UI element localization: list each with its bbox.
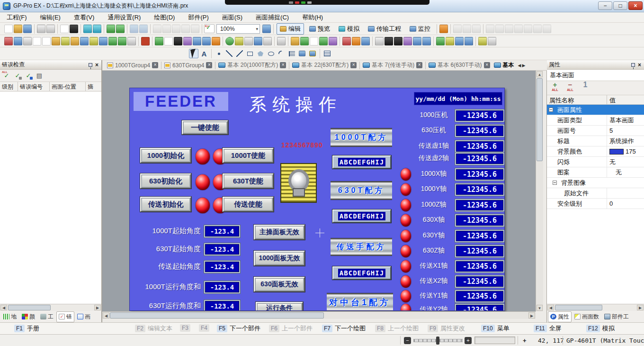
mode-edit-button[interactable]: 编辑 — [277, 23, 304, 35]
close-tab-icon[interactable]: × — [280, 62, 286, 68]
property-row[interactable]: 原始文件 — [547, 188, 644, 199]
ellipse-tool-icon[interactable] — [266, 49, 276, 58]
enable-630t-button[interactable]: 630T使能 — [223, 173, 274, 189]
window-import-icon[interactable] — [436, 37, 445, 46]
minimize-button[interactable]: − — [598, 1, 612, 10]
text-table-icon[interactable] — [33, 37, 41, 46]
close-tab-icon[interactable]: × — [152, 62, 158, 68]
property-row[interactable]: 图案无 — [547, 167, 644, 178]
list-display-2-icon[interactable] — [465, 37, 473, 46]
mode-preview-button[interactable]: 预览 — [306, 23, 333, 35]
recipe-1000t-button[interactable]: 1000T配方 — [331, 128, 392, 147]
screen-capture-icon[interactable] — [70, 25, 78, 33]
menu-help[interactable]: 帮助(H) — [295, 12, 330, 23]
tab-scroll-left-icon[interactable]: ◀ — [518, 63, 521, 68]
property-row-background-image[interactable]: 背景图像 — [547, 178, 644, 188]
recipe-centering-button[interactable]: 对中台1配方 — [327, 293, 393, 311]
fkey-f1[interactable]: F1手册 — [14, 324, 39, 333]
fkey-f10[interactable]: F10菜单 — [481, 324, 510, 333]
tab-base7[interactable]: 基本 7(传送手动)× — [361, 60, 424, 70]
panel-630-invalid-button[interactable]: 630面板无效 — [254, 277, 305, 292]
table-tool-icon[interactable] — [322, 49, 332, 58]
tab-scroll-right-icon[interactable]: ▶ — [522, 63, 525, 68]
film-icon[interactable] — [385, 37, 393, 46]
numeric-display[interactable]: -12345.6 — [455, 275, 505, 288]
datetime-display[interactable]: yy/mm/dd (Mon) hh:mm:ss — [414, 92, 502, 105]
address-block-icon[interactable] — [4, 37, 13, 46]
tab-address[interactable]: 地 — [1, 311, 19, 322]
scroll-right-icon[interactable]: ▶ — [528, 312, 535, 319]
numeric-display[interactable]: -123.4 — [204, 281, 241, 294]
gauge-left-icon[interactable] — [514, 25, 523, 33]
image-placement-icon[interactable] — [297, 49, 307, 58]
expand-all-icon[interactable]: +ALL — [550, 82, 560, 92]
property-row[interactable]: 画面号5 — [547, 126, 644, 136]
tab-screen-list[interactable]: 画 — [75, 311, 93, 322]
color-swatch[interactable] — [609, 149, 624, 155]
mode-monitor-button[interactable]: 监控 — [406, 23, 434, 35]
template-icon[interactable] — [463, 25, 471, 33]
scale-tool-icon[interactable] — [287, 49, 296, 58]
redo-icon[interactable] — [139, 25, 148, 33]
tab-630tgroup4[interactable]: 630TGroup4× — [162, 60, 214, 70]
menu-draw[interactable]: 绘图(D) — [147, 12, 181, 23]
rectangle-tool-icon[interactable] — [245, 49, 255, 58]
time-settings-icon[interactable] — [80, 37, 89, 46]
close-tab-icon[interactable]: × — [484, 62, 490, 68]
properties-hscrollbar[interactable]: ◀ ▶ — [547, 304, 644, 311]
grid-icon[interactable] — [263, 37, 272, 46]
scroll-left-icon[interactable]: ◀ — [547, 305, 554, 310]
text-style-icon[interactable] — [99, 37, 107, 46]
enable-all-button[interactable]: 一键使能 — [182, 120, 228, 135]
check-selection-icon[interactable]: ✓ — [24, 71, 33, 80]
bar-chart-icon[interactable] — [291, 37, 299, 46]
numeric-display[interactable]: -12345.6 — [455, 260, 505, 273]
mode-transfer-button[interactable]: 传输工程 — [365, 23, 404, 35]
fkey-f3[interactable]: F3 — [180, 324, 193, 332]
calendar-icon[interactable] — [254, 37, 262, 46]
tab-error[interactable]: ✓错 — [56, 311, 74, 322]
color-sample-icon[interactable] — [141, 37, 150, 46]
preview-image-icon[interactable] — [262, 25, 271, 33]
close-tab-icon[interactable]: × — [206, 62, 212, 68]
script-editor-icon[interactable] — [155, 37, 163, 46]
package-icon[interactable] — [439, 25, 448, 33]
zoom-select[interactable]: 100% ▾ — [216, 24, 260, 34]
peripheral-icon[interactable] — [174, 37, 182, 46]
symbol-jar-icon[interactable] — [71, 37, 79, 46]
run-condition-button[interactable]: 运行条件 — [256, 302, 303, 311]
camera-icon[interactable] — [394, 37, 402, 46]
property-row[interactable]: 闪烁无 — [547, 157, 644, 167]
fit-window-icon[interactable] — [453, 25, 462, 33]
numeric-display[interactable]: -12345.6 — [455, 290, 505, 303]
numeric-display[interactable]: -12345.6 — [455, 152, 505, 165]
property-row[interactable]: 安全级别0 — [547, 199, 644, 209]
rotate-icon[interactable] — [505, 25, 513, 33]
recipe-name-display[interactable]: ABCDEFGHIJ — [332, 209, 391, 223]
init-transfer-button[interactable]: 传送初始化 — [140, 197, 191, 212]
polyline-tool-icon[interactable] — [235, 49, 244, 58]
menu-view[interactable]: 查看(V) — [67, 12, 101, 23]
sound-icon[interactable] — [89, 37, 98, 46]
text-tool-icon[interactable]: A — [199, 49, 209, 58]
pin-icon[interactable] — [89, 63, 92, 67]
cut-icon[interactable] — [153, 25, 161, 33]
menu-edit[interactable]: 编辑(E) — [34, 12, 67, 23]
door-parts-icon[interactable] — [352, 37, 360, 46]
fkey-f4[interactable]: F4 — [199, 324, 212, 332]
fkey-f9[interactable]: F9属性更改 — [428, 324, 465, 333]
check-all-icon[interactable]: ALL✓ — [2, 71, 11, 80]
recipe-630t-button[interactable]: 630T配方 — [331, 181, 392, 200]
duplicate-icon[interactable] — [181, 25, 190, 33]
canvas-hscrollbar[interactable]: ◀ ▶ — [102, 311, 536, 319]
text-display-icon[interactable] — [361, 37, 370, 46]
radar-chart-icon[interactable] — [329, 37, 337, 46]
pin-icon[interactable] — [631, 63, 635, 67]
level-one-icon[interactable]: 1 — [580, 82, 590, 87]
align-vertical-icon[interactable] — [495, 25, 504, 33]
property-row-screen-attributes[interactable]: 画面属性 — [547, 105, 644, 115]
editor-canvas[interactable]: FEEDER 系统操作 yy/mm/dd (Mon) hh:mm:ss 一键使能… — [102, 71, 536, 311]
order-front-icon[interactable] — [533, 25, 542, 33]
security-icon[interactable] — [61, 37, 70, 46]
close-icon[interactable]: × — [638, 62, 641, 68]
